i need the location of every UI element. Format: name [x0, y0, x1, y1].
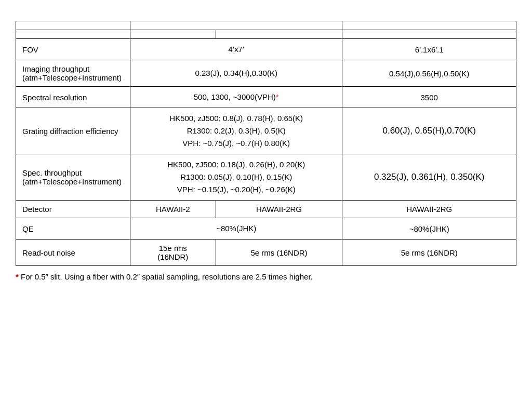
row-label: Imaging throughput (atm+Telescope+Instru…: [16, 60, 130, 87]
moircs-new-value: 5e rms (16NDR): [216, 240, 342, 266]
row-label: Detector: [16, 201, 130, 218]
mosfire-value: HAWAII-2RG: [342, 201, 516, 218]
mosfire-value: 0.60(J), 0.65(H),0.70(K): [342, 108, 516, 154]
table-row: Imaging throughput (atm+Telescope+Instru…: [16, 60, 516, 87]
table-row: FOV4’x7’6′.1x6′.1: [16, 39, 516, 60]
table-row: Read-out noise15e rms (16NDR)5e rms (16N…: [16, 240, 516, 266]
table-row: Grating diffraction efficiencyHK500, zJ5…: [16, 108, 516, 154]
table-row: QE~80%(JHK)~80%(JHK): [16, 218, 516, 240]
moircs-current-value: HAWAII-2: [130, 201, 216, 218]
table-row: Spectral resolution500, 1300, ~3000(VPH)…: [16, 87, 516, 108]
header-subempty: [16, 30, 130, 39]
mosfire-value: 5e rms (16NDR): [342, 240, 516, 266]
header-moircs: [130, 21, 342, 30]
moircs-current-value: 15e rms (16NDR): [130, 240, 216, 266]
header-mosfire-sub: [342, 30, 516, 39]
moircs-value: ~80%(JHK): [130, 218, 342, 240]
table-row: DetectorHAWAII-2HAWAII-2RGHAWAII-2RG: [16, 201, 516, 218]
header-current: [130, 30, 216, 39]
moircs-value: 0.23(J), 0.34(H),0.30(K): [130, 60, 342, 87]
table-row: Spec. throughput (atm+Telescope+Instrume…: [16, 154, 516, 201]
row-label: Grating diffraction efficiency: [16, 108, 130, 154]
red-asterisk: *: [276, 92, 279, 101]
row-label: QE: [16, 218, 130, 240]
mosfire-value: 6′.1x6′.1: [342, 39, 516, 60]
mosfire-value: 0.325(J), 0.361(H), 0.350(K): [342, 154, 516, 201]
footnote: * For 0.5″ slit. Using a fiber with 0.2″…: [16, 272, 516, 281]
row-label: Spec. throughput (atm+Telescope+Instrume…: [16, 154, 130, 201]
moircs-value: HK500, zJ500: 0.8(J), 0.78(H), 0.65(K) R…: [130, 108, 342, 154]
header-new: [216, 30, 342, 39]
header-empty: [16, 21, 130, 30]
footnote-text: For 0.5″ slit. Using a fiber with 0.2″ s…: [21, 272, 313, 281]
moircs-value: 4’x7’: [130, 39, 342, 60]
row-label: Spectral resolution: [16, 87, 130, 108]
header-mosfire: [342, 21, 516, 30]
mosfire-value: 0.54(J),0.56(H),0.50(K): [342, 60, 516, 87]
mosfire-value: ~80%(JHK): [342, 218, 516, 240]
row-label: Read-out noise: [16, 240, 130, 266]
mosfire-value: 3500: [342, 87, 516, 108]
moircs-value: 500, 1300, ~3000(VPH)*: [130, 87, 342, 108]
moircs-value: HK500, zJ500: 0.18(J), 0.26(H), 0.20(K) …: [130, 154, 342, 201]
comparison-table: FOV4’x7’6′.1x6′.1Imaging throughput (atm…: [16, 21, 516, 266]
moircs-new-value: HAWAII-2RG: [216, 201, 342, 218]
row-label: FOV: [16, 39, 130, 60]
footnote-asterisk: *: [16, 272, 19, 281]
